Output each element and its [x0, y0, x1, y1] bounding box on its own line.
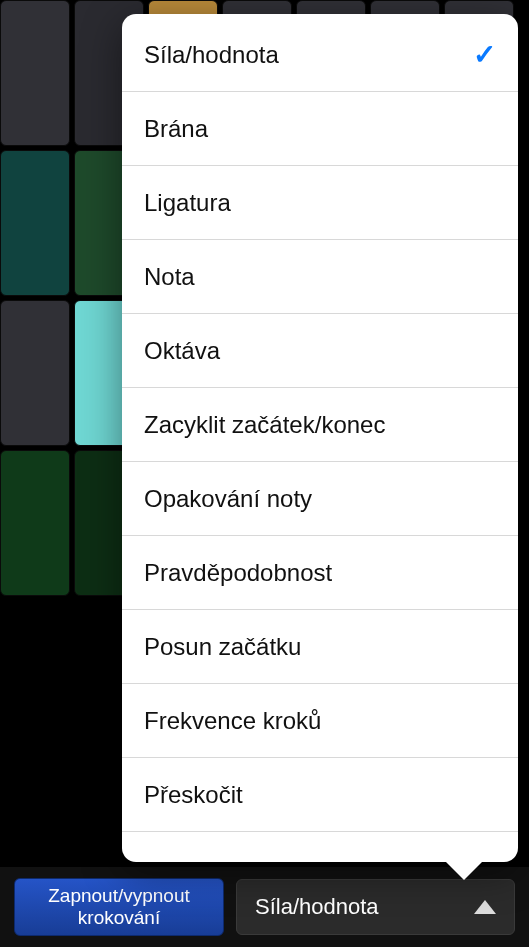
menu-item-velocity-value[interactable]: Síla/hodnota ✓	[122, 18, 518, 92]
menu-item-loop-start-end[interactable]: Zacyklit začátek/konec	[122, 388, 518, 462]
edit-mode-popover: Síla/hodnota ✓ Brána Ligatura Nota Oktáv…	[122, 14, 518, 862]
menu-item-label: Brána	[144, 115, 208, 143]
menu-item-octave[interactable]: Oktáva	[122, 314, 518, 388]
menu-item-label: Zacyklit začátek/konec	[144, 411, 385, 439]
menu-item-label: Opakování noty	[144, 485, 312, 513]
menu-item-label: Oktáva	[144, 337, 220, 365]
menu-item-tie[interactable]: Ligatura	[122, 166, 518, 240]
triangle-up-icon	[474, 900, 496, 914]
menu-item-note-repeat[interactable]: Opakování noty	[122, 462, 518, 536]
step-cell[interactable]	[0, 150, 70, 296]
menu-spacer	[122, 832, 518, 862]
menu-item-gate[interactable]: Brána	[122, 92, 518, 166]
toggle-stepping-button[interactable]: Zapnout/vypnout krokování	[14, 878, 224, 936]
menu-item-label: Pravděpodobnost	[144, 559, 332, 587]
edit-mode-label: Síla/hodnota	[255, 894, 379, 920]
menu-item-label: Frekvence kroků	[144, 707, 321, 735]
toggle-stepping-label: Zapnout/vypnout krokování	[48, 885, 190, 928]
step-cell[interactable]	[0, 0, 70, 146]
menu-item-step-rate[interactable]: Frekvence kroků	[122, 684, 518, 758]
checkmark-icon: ✓	[473, 38, 496, 71]
menu-item-label: Ligatura	[144, 189, 231, 217]
menu-item-label: Posun začátku	[144, 633, 301, 661]
step-cell[interactable]	[0, 450, 70, 596]
edit-mode-menu: Síla/hodnota ✓ Brána Ligatura Nota Oktáv…	[122, 18, 518, 832]
menu-item-label: Síla/hodnota	[144, 41, 279, 69]
menu-item-skip[interactable]: Přeskočit	[122, 758, 518, 832]
edit-mode-button[interactable]: Síla/hodnota	[236, 879, 515, 935]
menu-item-probability[interactable]: Pravděpodobnost	[122, 536, 518, 610]
menu-item-label: Přeskočit	[144, 781, 243, 809]
menu-item-note[interactable]: Nota	[122, 240, 518, 314]
menu-item-label: Nota	[144, 263, 195, 291]
menu-item-start-offset[interactable]: Posun začátku	[122, 610, 518, 684]
step-cell[interactable]	[0, 300, 70, 446]
